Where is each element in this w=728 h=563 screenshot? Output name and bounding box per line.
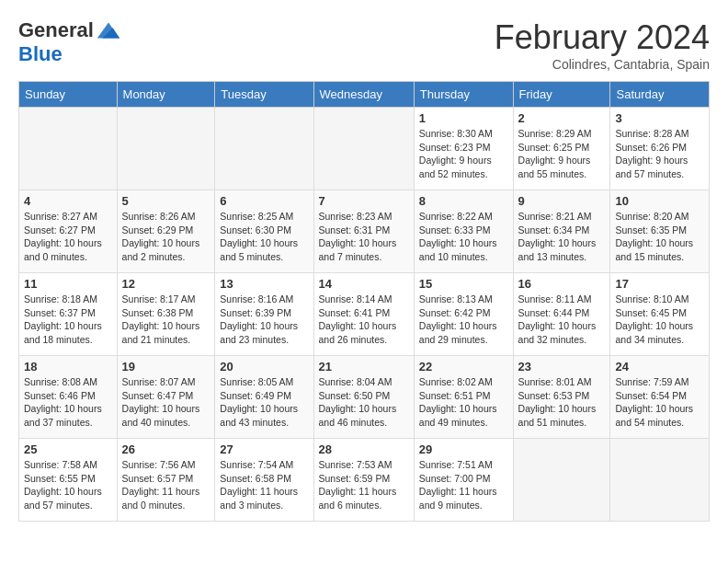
calendar-cell: [513, 439, 610, 522]
month-title: February 2024: [495, 18, 710, 57]
calendar-cell: 21Sunrise: 8:04 AMSunset: 6:50 PMDayligh…: [313, 356, 414, 439]
day-info: Sunrise: 7:53 AMSunset: 6:59 PMDaylight:…: [319, 458, 409, 512]
day-info: Sunrise: 8:23 AMSunset: 6:31 PMDaylight:…: [319, 210, 409, 264]
calendar-table: SundayMondayTuesdayWednesdayThursdayFrid…: [18, 81, 710, 522]
day-info: Sunrise: 7:59 AMSunset: 6:54 PMDaylight:…: [615, 375, 704, 430]
logo-blue: Blue: [18, 42, 63, 66]
calendar-cell: 29Sunrise: 7:51 AMSunset: 7:00 PMDayligh…: [414, 439, 513, 522]
day-info: Sunrise: 7:58 AMSunset: 6:55 PMDaylight:…: [24, 458, 112, 512]
calendar-cell: 20Sunrise: 8:05 AMSunset: 6:49 PMDayligh…: [215, 356, 313, 439]
calendar-cell: [610, 439, 710, 522]
calendar-cell: 13Sunrise: 8:16 AMSunset: 6:39 PMDayligh…: [215, 273, 313, 356]
calendar-cell: 25Sunrise: 7:58 AMSunset: 6:55 PMDayligh…: [19, 439, 118, 522]
calendar-cell: 9Sunrise: 8:21 AMSunset: 6:34 PMDaylight…: [513, 190, 610, 273]
calendar-cell: 27Sunrise: 7:54 AMSunset: 6:58 PMDayligh…: [215, 439, 313, 522]
calendar-week-2: 4Sunrise: 8:27 AMSunset: 6:27 PMDaylight…: [19, 190, 710, 273]
header-thursday: Thursday: [414, 82, 513, 108]
day-info: Sunrise: 8:30 AMSunset: 6:23 PMDaylight:…: [419, 127, 508, 181]
day-number: 27: [220, 442, 308, 456]
page-header: General Blue February 2024 Colindres, Ca…: [18, 18, 710, 72]
calendar-week-4: 18Sunrise: 8:08 AMSunset: 6:46 PMDayligh…: [19, 356, 710, 439]
day-info: Sunrise: 8:27 AMSunset: 6:27 PMDaylight:…: [24, 210, 112, 264]
title-area: February 2024 Colindres, Cantabria, Spai…: [495, 18, 710, 72]
day-number: 14: [319, 277, 409, 291]
day-info: Sunrise: 8:26 AMSunset: 6:29 PMDaylight:…: [122, 210, 210, 264]
header-friday: Friday: [513, 82, 610, 108]
day-number: 10: [615, 194, 704, 208]
calendar-cell: [215, 108, 313, 190]
day-info: Sunrise: 8:25 AMSunset: 6:30 PMDaylight:…: [220, 210, 308, 264]
header-tuesday: Tuesday: [215, 82, 313, 108]
day-info: Sunrise: 8:02 AMSunset: 6:51 PMDaylight:…: [419, 375, 508, 430]
calendar-cell: 19Sunrise: 8:07 AMSunset: 6:47 PMDayligh…: [117, 356, 215, 439]
day-number: 12: [122, 277, 210, 291]
logo: General Blue: [18, 18, 121, 66]
calendar-cell: 11Sunrise: 8:18 AMSunset: 6:37 PMDayligh…: [19, 273, 118, 356]
day-number: 4: [24, 194, 112, 208]
logo-general: General: [18, 18, 94, 42]
calendar-week-1: 1Sunrise: 8:30 AMSunset: 6:23 PMDaylight…: [19, 108, 710, 190]
day-info: Sunrise: 8:29 AMSunset: 6:25 PMDaylight:…: [518, 127, 606, 181]
calendar-cell: 24Sunrise: 7:59 AMSunset: 6:54 PMDayligh…: [610, 356, 710, 439]
day-number: 13: [220, 277, 308, 291]
day-number: 7: [319, 194, 409, 208]
day-number: 3: [615, 111, 704, 125]
calendar-cell: [117, 108, 215, 190]
day-number: 21: [319, 360, 409, 373]
calendar-cell: 10Sunrise: 8:20 AMSunset: 6:35 PMDayligh…: [610, 190, 710, 273]
calendar-cell: 17Sunrise: 8:10 AMSunset: 6:45 PMDayligh…: [610, 273, 710, 356]
calendar-cell: 26Sunrise: 7:56 AMSunset: 6:57 PMDayligh…: [117, 439, 215, 522]
day-number: 22: [419, 360, 508, 373]
day-number: 23: [518, 360, 606, 373]
day-number: 25: [24, 442, 112, 456]
calendar-week-3: 11Sunrise: 8:18 AMSunset: 6:37 PMDayligh…: [19, 273, 710, 356]
day-info: Sunrise: 8:10 AMSunset: 6:45 PMDaylight:…: [615, 293, 704, 347]
day-number: 28: [319, 442, 409, 456]
day-number: 17: [615, 277, 704, 291]
day-number: 15: [419, 277, 508, 291]
day-info: Sunrise: 8:13 AMSunset: 6:42 PMDaylight:…: [419, 293, 508, 347]
calendar-cell: 16Sunrise: 8:11 AMSunset: 6:44 PMDayligh…: [513, 273, 610, 356]
header-sunday: Sunday: [19, 82, 118, 108]
day-number: 6: [220, 194, 308, 208]
day-info: Sunrise: 8:22 AMSunset: 6:33 PMDaylight:…: [419, 210, 508, 264]
calendar-cell: 4Sunrise: 8:27 AMSunset: 6:27 PMDaylight…: [19, 190, 118, 273]
day-number: 29: [419, 442, 508, 456]
day-info: Sunrise: 8:08 AMSunset: 6:46 PMDaylight:…: [24, 375, 112, 430]
day-number: 18: [24, 360, 112, 373]
day-info: Sunrise: 8:28 AMSunset: 6:26 PMDaylight:…: [615, 127, 704, 181]
day-info: Sunrise: 8:21 AMSunset: 6:34 PMDaylight:…: [518, 210, 606, 264]
calendar-cell: [313, 108, 414, 190]
day-info: Sunrise: 8:18 AMSunset: 6:37 PMDaylight:…: [24, 293, 112, 347]
calendar-cell: 14Sunrise: 8:14 AMSunset: 6:41 PMDayligh…: [313, 273, 414, 356]
day-info: Sunrise: 8:11 AMSunset: 6:44 PMDaylight:…: [518, 293, 606, 347]
calendar-cell: 18Sunrise: 8:08 AMSunset: 6:46 PMDayligh…: [19, 356, 118, 439]
day-number: 24: [615, 360, 704, 373]
calendar-cell: 12Sunrise: 8:17 AMSunset: 6:38 PMDayligh…: [117, 273, 215, 356]
day-info: Sunrise: 8:17 AMSunset: 6:38 PMDaylight:…: [122, 293, 210, 347]
header-wednesday: Wednesday: [313, 82, 414, 108]
day-info: Sunrise: 8:01 AMSunset: 6:53 PMDaylight:…: [518, 375, 606, 430]
day-info: Sunrise: 8:05 AMSunset: 6:49 PMDaylight:…: [220, 375, 308, 430]
day-info: Sunrise: 7:51 AMSunset: 7:00 PMDaylight:…: [419, 458, 508, 512]
calendar-cell: 3Sunrise: 8:28 AMSunset: 6:26 PMDaylight…: [610, 108, 710, 190]
day-info: Sunrise: 8:20 AMSunset: 6:35 PMDaylight:…: [615, 210, 704, 264]
day-info: Sunrise: 8:07 AMSunset: 6:47 PMDaylight:…: [122, 375, 210, 430]
day-number: 19: [122, 360, 210, 373]
day-number: 16: [518, 277, 606, 291]
header-saturday: Saturday: [610, 82, 710, 108]
calendar-body: 1Sunrise: 8:30 AMSunset: 6:23 PMDaylight…: [19, 108, 710, 522]
day-info: Sunrise: 8:16 AMSunset: 6:39 PMDaylight:…: [220, 293, 308, 347]
day-number: 2: [518, 111, 606, 125]
calendar-cell: 8Sunrise: 8:22 AMSunset: 6:33 PMDaylight…: [414, 190, 513, 273]
calendar-cell: 1Sunrise: 8:30 AMSunset: 6:23 PMDaylight…: [414, 108, 513, 190]
calendar-cell: 23Sunrise: 8:01 AMSunset: 6:53 PMDayligh…: [513, 356, 610, 439]
calendar-cell: 6Sunrise: 8:25 AMSunset: 6:30 PMDaylight…: [215, 190, 313, 273]
calendar-cell: 22Sunrise: 8:02 AMSunset: 6:51 PMDayligh…: [414, 356, 513, 439]
calendar-cell: 7Sunrise: 8:23 AMSunset: 6:31 PMDaylight…: [313, 190, 414, 273]
calendar-cell: 2Sunrise: 8:29 AMSunset: 6:25 PMDaylight…: [513, 108, 610, 190]
calendar-header: SundayMondayTuesdayWednesdayThursdayFrid…: [19, 82, 710, 108]
logo-icon: [96, 20, 121, 40]
day-number: 8: [419, 194, 508, 208]
location-subtitle: Colindres, Cantabria, Spain: [495, 57, 710, 72]
